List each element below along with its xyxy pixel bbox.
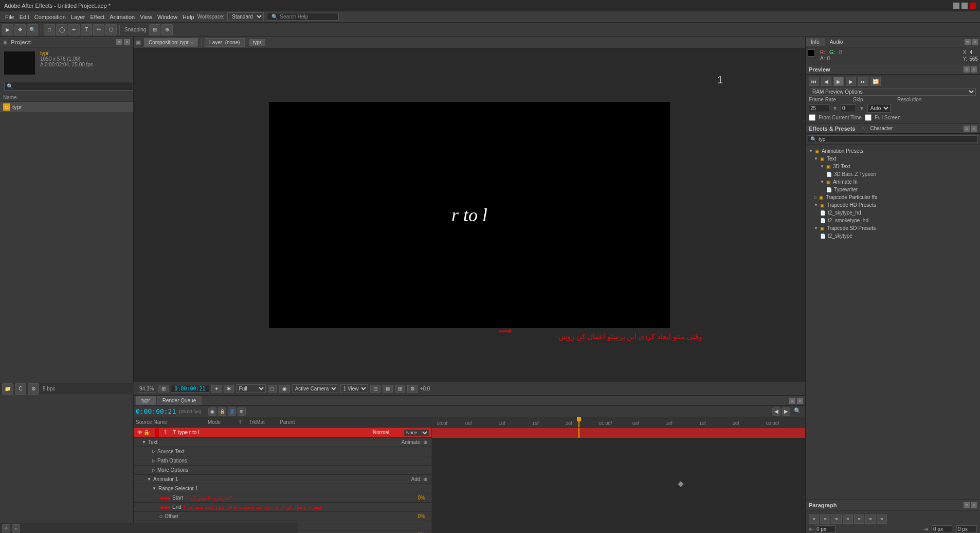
toolbar-btn-8[interactable]: ✏	[93, 24, 104, 35]
timeline-tab-typr[interactable]: typr	[136, 396, 156, 405]
justify-center-btn[interactable]: ≡	[854, 514, 864, 524]
project-menu-btn[interactable]: ≡	[116, 39, 122, 45]
text-triangle[interactable]: ▼	[142, 440, 146, 445]
align-right-btn[interactable]: ≡	[831, 514, 842, 524]
toolbar-btn-10[interactable]: ⊞	[149, 24, 160, 35]
viewer-btn-2[interactable]: ✦	[211, 385, 222, 393]
viewer-btn-3[interactable]: ✱	[224, 385, 234, 393]
tree-item-3dtext[interactable]: ▼ ▣ 3D Text	[806, 163, 980, 170]
menu-help[interactable]: Help	[180, 13, 196, 21]
skip-to-end-btn[interactable]: ⏭	[858, 77, 868, 86]
tl-shy-btn[interactable]: 👤	[228, 407, 236, 416]
project-search-input[interactable]	[4, 82, 133, 91]
tree-item-text[interactable]: ▼ ▣ Text	[806, 155, 980, 163]
align-left-btn[interactable]: ≡	[809, 514, 819, 524]
timeline-menu-btn[interactable]: ≡	[789, 398, 795, 404]
menu-layer[interactable]: Layer	[69, 13, 87, 21]
layer-tab[interactable]: Layer: (none)	[205, 38, 244, 47]
tree-item-smoketype-hd[interactable]: 📄 t2_smoketype_hd	[806, 217, 980, 224]
info-menu-btn[interactable]: ≡	[965, 39, 971, 45]
tl-nav-back[interactable]: ◀	[772, 407, 781, 416]
toolbar-btn-2[interactable]: ✥	[14, 24, 26, 35]
playhead[interactable]	[578, 417, 579, 427]
tl-solo-btn[interactable]: ◉	[208, 407, 216, 416]
tree-item-typewriter[interactable]: 📄 Typewriter	[806, 186, 980, 193]
menu-animation[interactable]: Animation	[107, 13, 137, 21]
tree-item-trapcode-hd[interactable]: ▼ ▣ Trapcode HD Presets	[806, 201, 980, 209]
trkmat-select[interactable]: None	[404, 429, 429, 436]
toolbar-btn-9[interactable]: ⬡	[105, 24, 117, 35]
align-center-btn[interactable]: ≡	[820, 514, 830, 524]
search-help-box[interactable]: 🔍 Search Help	[267, 13, 339, 21]
toolbar-btn-4[interactable]: □	[44, 24, 55, 35]
menu-composition[interactable]: Composition	[32, 13, 68, 21]
menu-edit[interactable]: Edit	[17, 13, 31, 21]
eye-icon[interactable]: 👁	[137, 430, 142, 435]
tl-nav-fwd[interactable]: ▶	[782, 407, 790, 416]
paragraph-close-btn[interactable]: ×	[971, 502, 977, 508]
add-btn[interactable]: Add: ⊕	[411, 476, 427, 482]
toolbar-btn-3[interactable]: 🔍	[27, 24, 38, 35]
range-selector-triangle[interactable]: ▼	[152, 486, 156, 491]
play-btn[interactable]: ▶	[833, 77, 844, 86]
frame-rate-input[interactable]	[809, 104, 829, 112]
menu-window[interactable]: Window	[155, 13, 179, 21]
preview-close-btn[interactable]: ×	[971, 66, 977, 73]
project-close-btn[interactable]: ×	[124, 39, 130, 45]
comp-tab-close[interactable]: ×	[191, 40, 193, 45]
toolbar-btn-7[interactable]: T	[81, 24, 92, 35]
menu-file[interactable]: File	[3, 13, 16, 21]
toolbar-btn-6[interactable]: ✒	[68, 24, 80, 35]
effects-search-input[interactable]	[816, 136, 975, 142]
tree-item-3dbasi[interactable]: 📄 3D Basi..Z Typeon	[806, 170, 980, 178]
character-tab[interactable]: Character	[870, 126, 893, 131]
effects-close-btn[interactable]: ×	[971, 126, 977, 132]
info-tab[interactable]: Info	[806, 38, 825, 46]
animator1-triangle[interactable]: ▼	[147, 477, 151, 482]
tl-frame-btn[interactable]: ⊞	[238, 407, 246, 416]
justify-left-btn[interactable]: ≡	[843, 514, 853, 524]
maximize-btn[interactable]	[961, 3, 968, 9]
lock-icon[interactable]: 🔒	[143, 430, 150, 435]
tree-item-animate-in[interactable]: ▼ ▣ Animate In	[806, 178, 980, 186]
from-current-check[interactable]	[809, 114, 815, 121]
tree-item-trapcode-sd[interactable]: ▼ ▣ Trapcode SD Presets	[806, 224, 980, 232]
new-comp-btn[interactable]: C	[15, 383, 26, 395]
camera-select[interactable]: Active Camera	[292, 384, 338, 393]
resolution-preview-select[interactable]: AutoFullHalf	[867, 104, 891, 113]
minimize-btn[interactable]	[953, 3, 959, 9]
ram-preview-select[interactable]: RAM Preview Options	[810, 88, 976, 96]
left-indent-input[interactable]	[815, 525, 836, 533]
tree-item-skytype-hd[interactable]: 📄 t2_skytype_hd	[806, 209, 980, 217]
right-indent-input[interactable]	[932, 525, 952, 533]
viewer-btn-6[interactable]: ⊡	[370, 385, 380, 393]
extra-indent-input[interactable]	[956, 525, 977, 533]
menu-view[interactable]: View	[138, 13, 154, 21]
resolution-select[interactable]: FullHalfQuarter	[236, 384, 266, 393]
workspace-select[interactable]: Standard	[227, 12, 264, 21]
animate-btn[interactable]: Animate: ⊕	[402, 439, 427, 445]
new-folder-btn[interactable]: 📁	[2, 383, 13, 395]
project-settings-btn[interactable]: ⚙	[28, 383, 39, 395]
viewer-btn-5[interactable]: ◉	[279, 385, 290, 393]
tree-item-skytype[interactable]: 📄 t2_skytype	[806, 232, 980, 240]
effects-menu-btn[interactable]: ≡	[964, 126, 970, 132]
project-item-typr[interactable]: C typr	[0, 102, 133, 112]
justify-right-btn[interactable]: ≡	[865, 514, 876, 524]
preview-menu-btn[interactable]: ≡	[964, 66, 970, 73]
toolbar-btn-11[interactable]: ⊕	[161, 24, 173, 35]
timeline-tab-render[interactable]: Render Queue	[157, 396, 202, 405]
close-btn[interactable]	[970, 3, 976, 9]
toolbar-btn-5[interactable]: ◯	[56, 24, 67, 35]
viewer-btn-8[interactable]: ⊞	[395, 385, 405, 393]
timeline-close-btn[interactable]: ×	[797, 398, 803, 404]
loop-btn[interactable]: 🔁	[870, 77, 881, 86]
toolbar-btn-1[interactable]: ▶	[2, 24, 13, 35]
menu-effect[interactable]: Effect	[88, 13, 106, 21]
tree-item-anim-presets[interactable]: ▼ ▣ Animation Presets	[806, 147, 980, 155]
info-close-btn[interactable]: ×	[972, 39, 978, 45]
skip-input[interactable]	[841, 104, 856, 112]
full-screen-check[interactable]	[865, 114, 872, 121]
skip-to-start-btn[interactable]: ⏮	[809, 77, 819, 86]
step-back-btn[interactable]: ◀	[821, 77, 831, 86]
